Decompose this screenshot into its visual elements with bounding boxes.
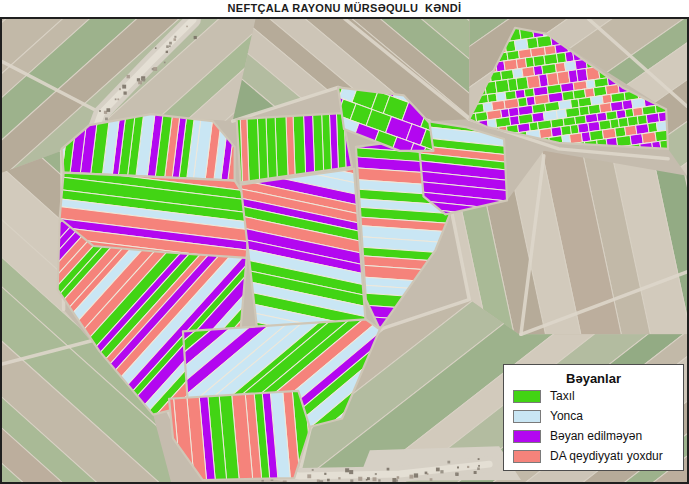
legend-label: Yonca bbox=[550, 409, 583, 423]
legend-label: Taxıl bbox=[550, 389, 575, 403]
legend-item: Yonca bbox=[513, 409, 683, 423]
legend-label: Bəyan edilməyən bbox=[550, 429, 642, 443]
legend-swatch-green bbox=[513, 390, 541, 403]
legend: Bəyanlar TaxılYoncaBəyan edilməyənDA qey… bbox=[503, 364, 684, 471]
legend-swatch-blue bbox=[513, 410, 541, 423]
legend-item: Taxıl bbox=[513, 389, 683, 403]
legend-swatch-salmon bbox=[513, 450, 541, 463]
legend-item: DA qeydiyyatı yoxdur bbox=[513, 449, 683, 463]
legend-label: DA qeydiyyatı yoxdur bbox=[550, 449, 663, 463]
legend-swatch-purple bbox=[513, 430, 541, 443]
page-title: NEFTÇALA RAYONU MÜRSƏQULU KƏNDİ bbox=[0, 0, 689, 17]
legend-item: Bəyan edilməyən bbox=[513, 429, 683, 443]
legend-items: TaxılYoncaBəyan edilməyənDA qeydiyyatı y… bbox=[504, 389, 683, 463]
map-canvas: Bəyanlar TaxılYoncaBəyan edilməyənDA qey… bbox=[0, 17, 689, 484]
legend-title: Bəyanlar bbox=[504, 371, 683, 386]
map-document: NEFTÇALA RAYONU MÜRSƏQULU KƏNDİ Bəyanlar… bbox=[0, 0, 689, 484]
